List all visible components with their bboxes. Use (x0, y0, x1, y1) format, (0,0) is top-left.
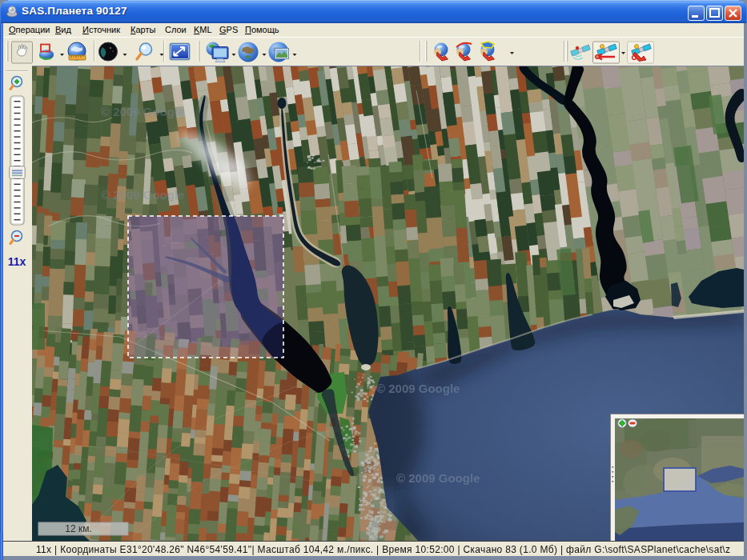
svg-text:11x: 11x (8, 255, 26, 268)
svg-text:© 2009 Google: © 2009 Google (101, 105, 184, 118)
svg-text:© 2009 Google: © 2009 Google (376, 382, 460, 395)
svg-text:© 2009 Google: © 2009 Google (101, 188, 184, 202)
svg-text:12 км.: 12 км. (65, 523, 92, 534)
svg-text:© 2009 Google: © 2009 Google (396, 471, 480, 485)
